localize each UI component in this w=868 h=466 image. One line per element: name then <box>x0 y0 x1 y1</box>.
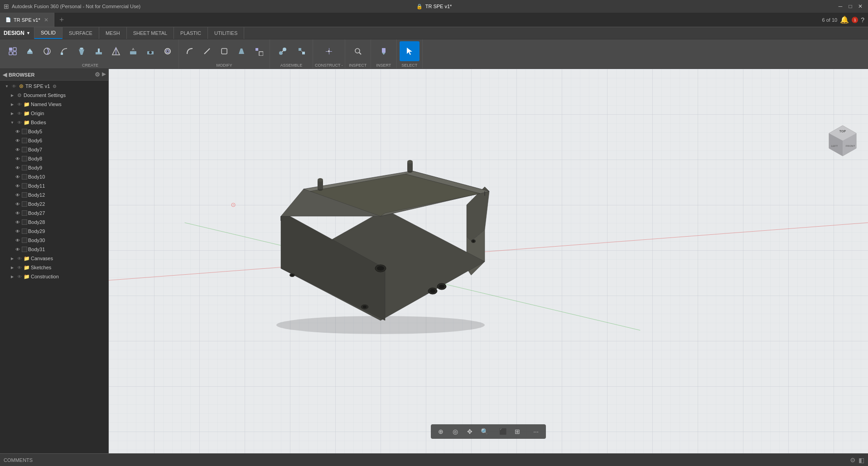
insert-main-btn[interactable] <box>374 41 394 61</box>
sidebar-settings-icon[interactable]: ⚙ <box>95 71 100 78</box>
tree-body7[interactable]: 👁 Body7 <box>0 145 108 154</box>
inspect-main-btn[interactable] <box>348 41 368 61</box>
tree-bodies-visibility[interactable]: 👁 <box>16 119 23 126</box>
tree-body12[interactable]: 👁 Body12 <box>0 190 108 199</box>
rib-btn[interactable] <box>91 41 107 61</box>
extrude-btn[interactable] <box>22 41 38 61</box>
tree-body29-checkbox[interactable] <box>22 228 27 234</box>
tree-origin-visibility[interactable]: 👁 <box>16 110 23 116</box>
tree-sketches-visibility[interactable]: 👁 <box>16 264 23 271</box>
tree-body29-visibility[interactable]: 👁 <box>14 228 21 234</box>
tree-body5-visibility[interactable]: 👁 <box>14 128 21 135</box>
toolbar-tab-mesh[interactable]: MESH <box>99 27 127 39</box>
tree-body9-checkbox[interactable] <box>22 165 27 170</box>
tree-body7-checkbox[interactable] <box>22 147 27 152</box>
tree-body28-checkbox[interactable] <box>22 219 27 225</box>
zoom-btn[interactable]: 🔍 <box>478 426 491 437</box>
tree-body7-visibility[interactable]: 👁 <box>14 146 21 153</box>
tree-canvases-visibility[interactable]: 👁 <box>16 255 23 262</box>
win-close[interactable]: ✕ <box>856 2 864 10</box>
emboss-btn[interactable]: A <box>125 41 141 61</box>
tree-body5[interactable]: 👁 Body5 <box>0 127 108 136</box>
scale-btn[interactable] <box>251 41 267 61</box>
draft-btn[interactable] <box>233 41 250 61</box>
tree-body28[interactable]: 👁 Body28 <box>0 218 108 227</box>
viewport[interactable]: TOP LEFT FRONT ⊕ ◎ ✥ 🔍 ⬛ ⊞ ··· <box>109 69 868 453</box>
tree-body27-visibility[interactable]: 👁 <box>14 210 21 216</box>
view-cube[interactable]: TOP LEFT FRONT <box>825 123 861 160</box>
tab-close-btn[interactable]: ✕ <box>44 17 48 23</box>
tree-body11-checkbox[interactable] <box>22 183 27 189</box>
tree-body30[interactable]: 👁 Body30 <box>0 236 108 245</box>
tree-body29[interactable]: 👁 Body29 <box>0 227 108 236</box>
sweep-btn[interactable] <box>56 41 72 61</box>
tree-root-settings-icon[interactable]: ⚙ <box>53 84 57 89</box>
hole-btn[interactable] <box>142 41 159 61</box>
thread-btn[interactable] <box>159 41 176 61</box>
orbit-btn[interactable]: ⊕ <box>434 426 447 437</box>
tree-body5-checkbox[interactable] <box>22 129 27 134</box>
status-panel-icon[interactable]: ◧ <box>858 456 864 464</box>
toolbar-tab-sheetmetal[interactable]: SHEET METAL <box>127 27 174 39</box>
tree-body27[interactable]: 👁 Body27 <box>0 209 108 218</box>
tree-canvases[interactable]: ▶ 👁 📁 Canvases <box>0 254 108 263</box>
tree-body30-visibility[interactable]: 👁 <box>14 237 21 243</box>
tree-root-visibility[interactable]: 👁 <box>11 83 17 89</box>
tree-body10[interactable]: 👁 Body10 <box>0 172 108 181</box>
tree-body22-checkbox[interactable] <box>22 201 27 207</box>
tree-body8-visibility[interactable]: 👁 <box>14 155 21 162</box>
fillet-btn[interactable] <box>182 41 198 61</box>
tree-body28-visibility[interactable]: 👁 <box>14 219 21 225</box>
shell-btn[interactable] <box>216 41 232 61</box>
toolbar-tab-solid[interactable]: SOLID <box>34 27 63 39</box>
tree-body6[interactable]: 👁 Body6 <box>0 136 108 145</box>
tree-body22[interactable]: 👁 Body22 <box>0 199 108 209</box>
win-minimize[interactable]: ─ <box>836 2 844 10</box>
app-grid-icon[interactable]: ⊞ <box>4 3 9 10</box>
display-mode-btn[interactable]: ⬛ <box>497 426 509 437</box>
tree-body8-checkbox[interactable] <box>22 156 27 161</box>
tree-body11-visibility[interactable]: 👁 <box>14 183 21 189</box>
revolve-btn[interactable] <box>39 41 55 61</box>
tree-body27-checkbox[interactable] <box>22 210 27 216</box>
look-at-btn[interactable]: ◎ <box>449 426 462 437</box>
tree-body31-checkbox[interactable] <box>22 247 27 252</box>
pan-btn[interactable]: ✥ <box>463 426 476 437</box>
tree-body31-visibility[interactable]: 👁 <box>14 246 21 252</box>
tree-body30-checkbox[interactable] <box>22 238 27 243</box>
tree-body6-checkbox[interactable] <box>22 138 27 143</box>
select-main-btn[interactable] <box>400 41 420 61</box>
tree-origin[interactable]: ▶ 👁 📁 Origin <box>0 109 108 118</box>
tree-body9-visibility[interactable]: 👁 <box>14 165 21 171</box>
tree-bodies[interactable]: ▼ 👁 📁 Bodies <box>0 118 108 127</box>
toolbar-tab-plastic[interactable]: PLASTIC <box>174 27 208 39</box>
tree-construction-visibility[interactable]: 👁 <box>16 273 23 280</box>
tree-construction[interactable]: ▶ 👁 📁 Construction <box>0 272 108 281</box>
tree-body8[interactable]: 👁 Body8 <box>0 154 108 163</box>
loft-btn[interactable] <box>73 41 90 61</box>
construct-main-btn[interactable] <box>319 41 339 61</box>
tree-root[interactable]: ▼ 👁 ⊛ TR SPE v1 ⚙ <box>0 82 108 91</box>
web-btn[interactable] <box>108 41 124 61</box>
joint-btn[interactable] <box>273 41 293 61</box>
chamfer-btn[interactable] <box>199 41 215 61</box>
notification-icon[interactable]: 🔔 <box>840 15 849 24</box>
grid-btn[interactable]: ⊞ <box>511 426 524 437</box>
tree-body22-visibility[interactable]: 👁 <box>14 201 21 207</box>
tree-body12-visibility[interactable]: 👁 <box>14 192 21 198</box>
tree-body31[interactable]: 👁 Body31 <box>0 245 108 254</box>
tree-sketches[interactable]: ▶ 👁 📁 Sketches <box>0 263 108 272</box>
tree-body12-checkbox[interactable] <box>22 192 27 198</box>
status-settings-icon[interactable]: ⚙ <box>850 456 856 464</box>
design-dropdown[interactable]: DESIGN ▼ <box>0 27 34 39</box>
tree-doc-settings[interactable]: ▶ ⚙ Document Settings <box>0 91 108 100</box>
tab-trspe[interactable]: 📄 TR SPE v1* ✕ <box>0 13 54 27</box>
toolbar-tab-utilities[interactable]: UTILITIES <box>208 27 244 39</box>
tree-named-views-visibility[interactable]: 👁 <box>16 101 23 107</box>
sidebar-expand-icon[interactable]: ▶ <box>102 71 106 78</box>
tab-add-button[interactable]: ＋ <box>54 13 69 27</box>
help-icon[interactable]: ? <box>861 16 864 24</box>
toolbar-tab-surface[interactable]: SURFACE <box>63 27 99 39</box>
tree-body11[interactable]: 👁 Body11 <box>0 181 108 190</box>
new-component-btn[interactable] <box>5 41 21 61</box>
